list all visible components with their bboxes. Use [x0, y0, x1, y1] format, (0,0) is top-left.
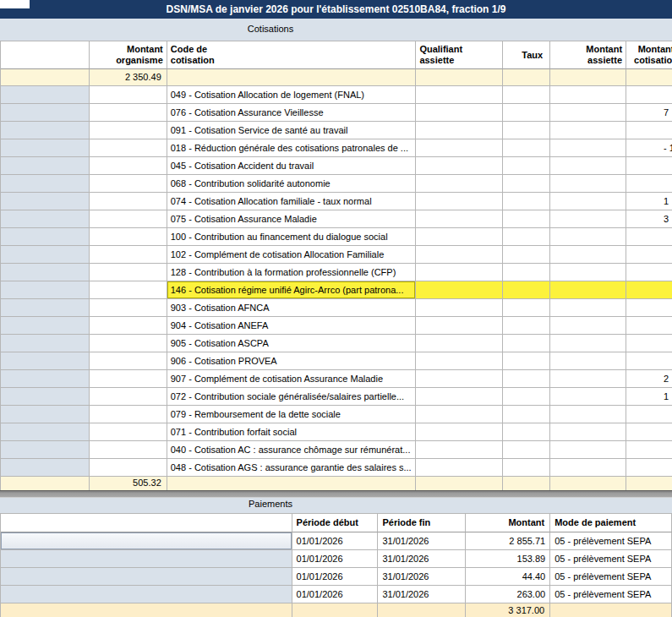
- summary-selector-cell[interactable]: [1, 69, 90, 86]
- montant-assiette-cell: [550, 459, 626, 477]
- code-cotisation-cell[interactable]: 146 - Cotisation régime unifié Agirc-Arr…: [167, 281, 417, 299]
- cotisation-row[interactable]: 904 - Cotisation ANEFA: [1, 317, 672, 335]
- code-cotisation-cell[interactable]: 018 - Réduction générale des cotisations…: [167, 139, 417, 157]
- cotisation-row[interactable]: 018 - Réduction générale des cotisations…: [1, 139, 672, 157]
- row-selector-cell[interactable]: [1, 193, 90, 210]
- total-empty-cell: [550, 603, 672, 617]
- cotisation-row[interactable]: 146 - Cotisation régime unifié Agirc-Arr…: [1, 281, 672, 299]
- row-selector-cell[interactable]: [1, 264, 90, 281]
- taux-cell: [503, 441, 550, 459]
- code-cotisation-cell[interactable]: 071 - Contribution forfait social: [167, 423, 417, 441]
- organisme-summary-row[interactable]: 2 350.49: [1, 69, 672, 86]
- paiement-row[interactable]: 01/01/2026 31/01/2026 2 855.71 05 - prél…: [1, 532, 672, 550]
- code-cotisation-cell[interactable]: 074 - Cotisation Allocation familiale - …: [167, 193, 417, 210]
- montant-cotisation-cell: [626, 423, 672, 441]
- montant-assiette-cell: [550, 299, 626, 317]
- row-selector-cell[interactable]: [1, 388, 90, 406]
- summary-empty-cell: [626, 69, 672, 86]
- paiements-header-row: Période début Période fin Montant Mode d…: [1, 514, 672, 532]
- cotisation-row[interactable]: 903 - Cotisation AFNCA: [1, 299, 672, 317]
- montant-cotisation-cell: [626, 406, 672, 423]
- cotisation-row[interactable]: 091 - Cotisation Service de santé au tra…: [1, 122, 672, 139]
- row-selector-cell[interactable]: [1, 568, 292, 586]
- cotisation-row[interactable]: 128 - Contribution à la formation profes…: [1, 264, 672, 281]
- montant-organisme-cell: [90, 441, 167, 459]
- cotisation-row[interactable]: 905 - Cotisation ASCPA: [1, 335, 672, 352]
- cotisation-row[interactable]: 074 - Cotisation Allocation familiale - …: [1, 193, 672, 210]
- row-selector-cell[interactable]: [1, 459, 90, 477]
- cotisation-row[interactable]: 068 - Contribution solidarité autonomie: [1, 175, 672, 193]
- cotisation-row[interactable]: 045 - Cotisation Accident du travail: [1, 157, 672, 175]
- code-cotisation-cell[interactable]: 905 - Cotisation ASCPA: [167, 335, 417, 352]
- row-selector-cell[interactable]: [1, 210, 90, 228]
- row-selector-cell[interactable]: [1, 441, 90, 459]
- taux-cell: [503, 388, 550, 406]
- col-header-mode-paiement: Mode de paiement: [550, 514, 672, 532]
- cotisation-row[interactable]: 906 - Cotisation PROVEA: [1, 352, 672, 370]
- row-selector-cell[interactable]: [1, 586, 292, 603]
- code-cotisation-cell[interactable]: 091 - Cotisation Service de santé au tra…: [167, 122, 417, 139]
- cotisation-row[interactable]: 079 - Remboursement de la dette sociale: [1, 406, 672, 423]
- code-cotisation-cell[interactable]: 904 - Cotisation ANEFA: [167, 317, 417, 335]
- row-selector-cell[interactable]: [1, 228, 90, 246]
- cotisation-row[interactable]: 049 - Cotisation Allocation de logement …: [1, 86, 672, 104]
- row-selector-cell[interactable]: [1, 281, 90, 299]
- row-selector-cell[interactable]: [1, 122, 90, 139]
- row-selector-cell[interactable]: [1, 86, 90, 104]
- code-cotisation-cell[interactable]: 906 - Cotisation PROVEA: [167, 352, 417, 370]
- code-cotisation-cell[interactable]: 903 - Cotisation AFNCA: [167, 299, 417, 317]
- mode-paiement-cell: 05 - prélèvement SEPA: [550, 532, 672, 550]
- montant-organisme-cell: [90, 157, 167, 175]
- cotisation-row[interactable]: 072 - Contribution sociale généralisée/s…: [1, 388, 672, 406]
- footer-total-cell: 505.32: [90, 477, 167, 490]
- row-selector-cell[interactable]: [1, 299, 90, 317]
- code-cotisation-cell[interactable]: 102 - Complément de cotisation Allocatio…: [167, 246, 417, 264]
- row-selector-cell[interactable]: [1, 139, 90, 157]
- qualifiant-assiette-cell: [416, 370, 503, 388]
- cotisation-row[interactable]: 048 - Cotisation AGS : assurance garanti…: [1, 459, 672, 477]
- row-selector-cell[interactable]: [1, 532, 292, 550]
- row-selector-cell[interactable]: [1, 406, 90, 423]
- paiement-row[interactable]: 01/01/2026 31/01/2026 44.40 05 - prélève…: [1, 568, 672, 586]
- montant-organisme-cell: [90, 104, 167, 122]
- row-selector-cell[interactable]: [1, 317, 90, 335]
- row-selector-cell[interactable]: [1, 246, 90, 264]
- horizontal-scrollbar[interactable]: [0, 490, 672, 498]
- taux-cell: [503, 86, 550, 104]
- row-selector-cell[interactable]: [1, 352, 90, 370]
- code-cotisation-cell[interactable]: 045 - Cotisation Accident du travail: [167, 157, 417, 175]
- paiement-row[interactable]: 01/01/2026 31/01/2026 153.89 05 - prélèv…: [1, 550, 672, 568]
- cotisation-row[interactable]: 040 - Cotisation AC : assurance chômage …: [1, 441, 672, 459]
- cotisation-row[interactable]: 907 - Complément de cotisation Assurance…: [1, 370, 672, 388]
- cotisation-row[interactable]: 076 - Cotisation Assurance Vieillesse 7: [1, 104, 672, 122]
- code-cotisation-cell[interactable]: 048 - Cotisation AGS : assurance garanti…: [167, 459, 417, 477]
- taux-cell: [503, 228, 550, 246]
- montant-assiette-cell: [550, 264, 626, 281]
- code-cotisation-cell[interactable]: 907 - Complément de cotisation Assurance…: [167, 370, 417, 388]
- code-cotisation-cell[interactable]: 076 - Cotisation Assurance Vieillesse: [167, 104, 417, 122]
- code-cotisation-cell[interactable]: 072 - Contribution sociale généralisée/s…: [167, 388, 417, 406]
- code-cotisation-cell[interactable]: 049 - Cotisation Allocation de logement …: [167, 86, 417, 104]
- row-selector-cell[interactable]: [1, 175, 90, 193]
- cotisation-row[interactable]: 071 - Contribution forfait social: [1, 423, 672, 441]
- periode-debut-cell: 01/01/2026: [292, 568, 379, 586]
- code-cotisation-cell[interactable]: 079 - Remboursement de la dette sociale: [167, 406, 417, 423]
- code-cotisation-cell[interactable]: 068 - Contribution solidarité autonomie: [167, 175, 417, 193]
- row-selector-cell[interactable]: [1, 157, 90, 175]
- montant-cotisation-cell: 3: [626, 210, 672, 228]
- row-selector-cell[interactable]: [1, 104, 90, 122]
- row-selector-cell[interactable]: [1, 335, 90, 352]
- row-selector-cell[interactable]: [1, 423, 90, 441]
- cotisation-row[interactable]: 102 - Complément de cotisation Allocatio…: [1, 246, 672, 264]
- code-cotisation-cell[interactable]: 128 - Contribution à la formation profes…: [167, 264, 417, 281]
- paiement-row[interactable]: 01/01/2026 31/01/2026 263.00 05 - prélèv…: [1, 586, 672, 603]
- row-selector-cell[interactable]: [1, 370, 90, 388]
- mode-paiement-cell: 05 - prélèvement SEPA: [550, 568, 672, 586]
- cotisation-row[interactable]: 075 - Cotisation Assurance Maladie 3: [1, 210, 672, 228]
- code-cotisation-cell[interactable]: 075 - Cotisation Assurance Maladie: [167, 210, 417, 228]
- code-cotisation-cell[interactable]: 040 - Cotisation AC : assurance chômage …: [167, 441, 417, 459]
- code-cotisation-cell[interactable]: 100 - Contribution au financement du dia…: [167, 228, 417, 246]
- montant-cotisation-cell: 7: [626, 104, 672, 122]
- row-selector-cell[interactable]: [1, 550, 292, 568]
- cotisation-row[interactable]: 100 - Contribution au financement du dia…: [1, 228, 672, 246]
